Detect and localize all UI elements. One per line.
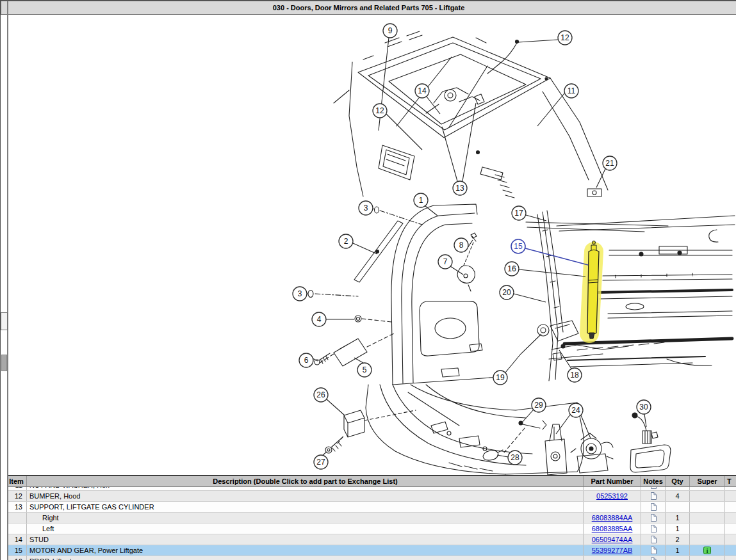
svg-text:30: 30: [639, 403, 648, 412]
highlighted-part-gas-strut[interactable]: [587, 241, 599, 339]
cell-part-number: 55399277AB: [584, 545, 641, 556]
svg-text:21: 21: [605, 159, 614, 168]
cell-description[interactable]: SUPPORT, LIFTGATE GAS CYLINDER: [27, 502, 584, 512]
callout-12[interactable]: 12: [373, 104, 387, 118]
callout-17[interactable]: 17: [512, 206, 526, 220]
cell-part-number: 05253192: [584, 491, 641, 501]
cell-super: [690, 502, 725, 512]
part-number-link[interactable]: 68083885AA: [592, 525, 633, 532]
notes-document-icon[interactable]: [650, 503, 657, 511]
leader-line-21: [596, 169, 605, 188]
callout-5[interactable]: 5: [357, 363, 372, 377]
cell-part-number: [584, 556, 641, 560]
notes-document-icon[interactable]: [650, 487, 657, 489]
notes-document-icon[interactable]: [650, 525, 657, 532]
callout-29[interactable]: 29: [532, 398, 546, 412]
svg-text:19: 19: [496, 373, 505, 382]
table-row-item-13[interactable]: 13SUPPORT, LIFTGATE GAS CYLINDER: [8, 502, 736, 513]
svg-text:11: 11: [568, 86, 576, 95]
callout-7[interactable]: 7: [438, 255, 452, 269]
table-row-item-12[interactable]: 12BUMPER, Hood052531924: [8, 491, 736, 502]
callout-3[interactable]: 3: [359, 201, 373, 215]
callout-19[interactable]: 19: [493, 371, 507, 385]
callout-26[interactable]: 26: [314, 388, 328, 402]
svg-text:17: 17: [514, 209, 523, 218]
leader-line-12: [518, 40, 558, 42]
cell-t: [725, 524, 736, 534]
svg-text:27: 27: [316, 458, 325, 467]
svg-text:6: 6: [304, 356, 309, 365]
part-number-link[interactable]: 06509474AA: [592, 536, 633, 543]
callout-1[interactable]: 1: [414, 193, 428, 207]
splitter-collapse-button[interactable]: [1, 312, 8, 330]
diagram-pane: 9121114121321131728157162034651918262924…: [1, 1, 736, 475]
column-header-item: Item: [8, 476, 27, 486]
table-row-item-15[interactable]: 15MOTOR AND GEAR, Power Liftgate55399277…: [8, 545, 736, 556]
table-row-item-right[interactable]: Right68083884AA1: [8, 513, 736, 524]
callout-14[interactable]: 14: [415, 84, 429, 98]
callout-21[interactable]: 21: [603, 156, 617, 170]
cell-t: [725, 513, 736, 523]
parts-table-rows: 11NUT AND WASHER, Hex12BUMPER, Hood05253…: [8, 487, 736, 560]
callout-13[interactable]: 13: [453, 181, 467, 195]
leader-line-19: [505, 334, 541, 372]
leader-line-12: [386, 114, 422, 150]
cell-description[interactable]: BUMPER, Hood: [27, 491, 584, 501]
parts-catalog-window: 9121114121321131728157162034651918262924…: [0, 0, 736, 560]
column-header-desc: Description (Double Click to add part to…: [27, 476, 584, 486]
column-header-super: Super: [690, 476, 725, 486]
callout-24[interactable]: 24: [569, 403, 583, 417]
leader-line-13: [442, 127, 457, 181]
callout-27[interactable]: 27: [314, 455, 328, 469]
parts-table: ItemDescription (Double Click to add par…: [8, 475, 736, 560]
callout-20[interactable]: 20: [500, 285, 514, 300]
left-scrollbar-thumb[interactable]: [1, 355, 7, 371]
supersession-info-icon[interactable]: i: [703, 547, 711, 554]
callout-2[interactable]: 2: [339, 234, 353, 248]
callout-6[interactable]: 6: [299, 353, 313, 367]
svg-text:24: 24: [571, 406, 580, 415]
notes-document-icon[interactable]: [650, 536, 657, 543]
cell-notes: [641, 502, 666, 512]
leader-line-29: [522, 410, 534, 422]
cell-qty: 1: [666, 513, 690, 523]
svg-text:26: 26: [316, 390, 325, 399]
column-header-qty: Qty: [666, 476, 690, 486]
part-number-link[interactable]: 68083884AA: [592, 514, 633, 522]
callout-3[interactable]: 3: [293, 287, 307, 301]
cell-qty: [666, 556, 690, 560]
callout-30[interactable]: 30: [637, 400, 651, 414]
part-number-link[interactable]: 55399277AB: [592, 547, 633, 554]
svg-text:9: 9: [388, 26, 393, 35]
cell-item-number: [8, 513, 27, 523]
notes-document-icon[interactable]: [650, 547, 657, 554]
callout-15-selected[interactable]: 15: [511, 239, 525, 253]
callout-18[interactable]: 18: [568, 368, 582, 382]
callout-16[interactable]: 16: [505, 262, 519, 276]
leader-line-2: [353, 243, 377, 254]
table-row-item-left[interactable]: Left68083885AA1: [8, 524, 736, 534]
callout-4[interactable]: 4: [312, 312, 326, 326]
cell-description[interactable]: PROP, Liftgate: [27, 556, 584, 560]
notes-document-icon[interactable]: [650, 514, 657, 522]
callout-28[interactable]: 28: [508, 451, 522, 465]
table-row-item-14[interactable]: 14STUD06509474AA2: [8, 534, 736, 545]
cell-item-number: 16: [8, 556, 27, 560]
cell-description[interactable]: Right: [27, 513, 584, 523]
callout-12[interactable]: 12: [558, 31, 572, 45]
cell-description[interactable]: Left: [27, 524, 584, 534]
cell-description[interactable]: STUD: [27, 534, 584, 545]
notes-document-icon[interactable]: [650, 492, 657, 500]
table-row-item-16[interactable]: 16PROP, Liftgate: [8, 556, 736, 560]
part-number-link[interactable]: 05253192: [596, 492, 628, 500]
callout-11[interactable]: 11: [564, 84, 578, 98]
cell-super: [690, 556, 725, 560]
notes-document-icon[interactable]: [650, 557, 657, 560]
callout-8[interactable]: 8: [454, 238, 468, 252]
svg-text:12: 12: [560, 33, 569, 42]
cell-item-number: [8, 524, 27, 534]
cell-description[interactable]: MOTOR AND GEAR, Power Liftgate: [27, 545, 584, 556]
panel-divider[interactable]: [7, 1, 8, 560]
cell-description[interactable]: NUT AND WASHER, Hex: [27, 487, 584, 490]
callout-9[interactable]: 9: [383, 24, 397, 38]
